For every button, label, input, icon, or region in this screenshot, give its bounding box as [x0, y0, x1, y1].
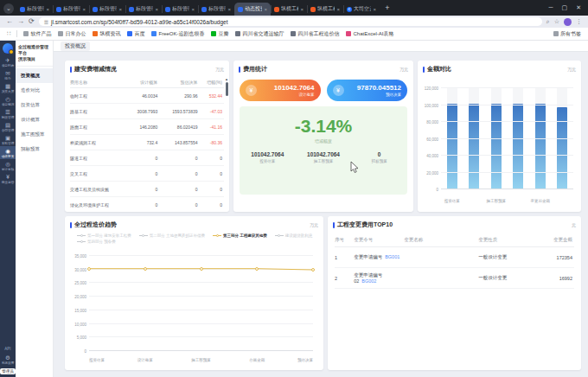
page-tab-overview[interactable]: 投资概况 [61, 42, 90, 51]
browser-tab[interactable]: 标段管理× [162, 3, 198, 16]
menu-item-estimate[interactable]: 投资估算 [16, 98, 53, 112]
sidebar-item-dashboard[interactable]: ▦决策大屏 [0, 81, 16, 94]
back-icon[interactable]: ← [6, 17, 13, 26]
close-tab-icon[interactable]: × [118, 7, 122, 12]
sidebar-item-business[interactable]: ¥商业运营 [0, 172, 16, 185]
site-icon [127, 31, 132, 36]
bookmark-item[interactable]: 纵横资讯 [93, 30, 120, 38]
sidebar-item-section-manage[interactable]: ☰标段管理 [0, 107, 16, 120]
legend-item[interactable]: 第二部分 土地使用及拆迁补偿费 [139, 233, 205, 238]
bookmark-item[interactable]: 四川省交通运输厅 [235, 30, 284, 38]
forward-icon[interactable]: → [17, 17, 24, 26]
close-tab-icon[interactable]: × [373, 7, 376, 12]
admin-badge[interactable]: 管理员 [0, 368, 16, 374]
close-tab-icon[interactable]: × [191, 7, 195, 12]
bookmark-item[interactable]: ChatExcel-AI表格 [346, 30, 393, 38]
y-axis-tick: 80,000 [426, 120, 438, 125]
legend-item[interactable]: 第一部分 建筑安装工程费 [77, 233, 131, 238]
window-controls: ─ ▢ ✕ [549, 4, 581, 11]
sidebar-item-todo[interactable]: ✉待办 [0, 68, 16, 81]
minimize-button[interactable]: ─ [549, 4, 553, 11]
tab-search-chevron-icon[interactable]: ⌄ [3, 3, 14, 14]
browser-tab[interactable]: 纵横工程× [307, 3, 343, 16]
api-label[interactable]: API [4, 347, 10, 351]
browser-tab[interactable]: 标段管理× [16, 3, 53, 16]
scroll-up-icon[interactable]: ▲ [225, 78, 228, 81]
bookmark-item[interactable]: 软件产品 [23, 30, 51, 38]
bookmark-item[interactable]: FreeOK-追剧也很香 [151, 30, 204, 38]
sidebar-item-audit[interactable]: ◎审计审核 [0, 159, 16, 172]
zoom-icon[interactable]: ⌕ [546, 18, 550, 25]
legend-item[interactable]: 第四部分 预备费 [77, 240, 116, 244]
reload-icon[interactable]: ⟳ [29, 17, 35, 26]
close-tab-icon[interactable]: × [227, 7, 231, 12]
browser-tab[interactable]: 标段管理× [89, 3, 125, 16]
trend-legend: 第一部分 建筑安装工程费第二部分 土地使用及拆迁补偿费第三部分 工程建设其他费建… [65, 232, 323, 244]
close-tab-icon[interactable]: × [82, 7, 86, 12]
apps-grid-icon[interactable]: ∷ [7, 30, 10, 37]
legend-item[interactable]: 建设期贷款利息 [275, 233, 313, 238]
site-icon [93, 31, 98, 36]
panel-amount-compare: 金额对比 万元 020,00040,00060,00080,000100,000… [418, 61, 581, 212]
sidebar-item-contract-manage[interactable]: ▤合同管理 [0, 120, 16, 133]
browser-tab[interactable]: C大司空云× [343, 3, 380, 16]
menu-item-overview[interactable]: 投资概况 [16, 68, 53, 83]
browser-tab[interactable]: 标段管理× [125, 3, 162, 16]
sidebar-item-project-list[interactable]: ✈项目列表 [0, 55, 16, 68]
browser-tab[interactable]: 纵横工程× [271, 3, 307, 16]
menu-item-working-budget[interactable]: 施工图预算 [16, 127, 53, 142]
app-logo[interactable] [3, 43, 13, 54]
close-tab-icon[interactable]: × [264, 7, 267, 12]
close-tab-icon[interactable]: × [46, 7, 49, 12]
secondary-sidebar: 全过程造价管理平台 演示项目 投资概况造价对比投资估算设计概算施工图预算招标预算 [16, 41, 54, 377]
new-tab-button[interactable]: + [382, 3, 393, 14]
close-tab-icon[interactable]: × [300, 7, 304, 12]
sidebar-item-document-manage[interactable]: ▣资料管理 [0, 133, 16, 146]
table-row: 交通工程及沿线设施000 [70, 182, 224, 197]
secondary-menu: 投资概况造价对比投资估算设计概算施工图预算招标预算 [16, 67, 53, 157]
tab-favicon-icon [274, 7, 279, 12]
sidebar-item-settings[interactable]: ⚙ 系统设置 [0, 353, 16, 366]
legend-item[interactable]: 第三部分 工程建设其他费 [213, 233, 267, 238]
y-axis-tick: 15,000 [74, 308, 86, 312]
menu-kebab-icon[interactable]: ⋮ [576, 18, 582, 25]
address-bar[interactable]: ☰ jl.smartcost.com.cn/sp/504f0ff7-bd59-4… [39, 17, 542, 26]
grid-icon: ▦ [5, 83, 10, 89]
sidebar-item-dynamic-investment[interactable]: ◉动态投资 [0, 146, 16, 159]
estimated-settlement-pill: ¥ 97870.045512 预估决算 [327, 80, 408, 101]
unit-label: 元 [572, 222, 576, 227]
browser-tab[interactable]: 标段管理× [198, 3, 234, 16]
menu-item-tender-budget[interactable]: 招标预算 [16, 142, 53, 157]
close-tab-icon[interactable]: × [155, 7, 158, 12]
all-bookmarks-button[interactable]: 所有书签 [553, 30, 581, 38]
bookmark-item[interactable]: 百度 [127, 30, 144, 38]
sidebar-item-project-overview[interactable]: ◴项目概况 [0, 94, 16, 107]
mouse-cursor [350, 161, 360, 174]
close-tab-icon[interactable]: × [336, 7, 340, 12]
bookmark-item[interactable]: 豆瓣 [211, 30, 228, 38]
maximize-button[interactable]: ▢ [562, 4, 568, 11]
table-scrollbar[interactable]: ▲ [225, 78, 228, 96]
profile-avatar[interactable] [564, 18, 572, 26]
close-window-button[interactable]: ✕ [576, 4, 581, 11]
menu-item-compare[interactable]: 造价对比 [16, 83, 53, 98]
change-code-link[interactable]: BG001 [385, 254, 399, 259]
table-row: 路基工程3008.79931593.573839-47.03 [70, 104, 224, 119]
scrollbar-thumb[interactable] [226, 82, 228, 96]
panel-change-cost-top10: 工程变更费用TOP10 元 序号变更令号变更名称变更性质变更金额1变更申请编号B… [328, 216, 581, 370]
y-axis-tick: 60,000 [426, 137, 438, 141]
folder-icon: ▣ [5, 135, 10, 141]
title-accent-bar [333, 222, 335, 228]
menu-item-design-budget[interactable]: 设计概算 [16, 112, 53, 127]
bookmark-item[interactable]: 日常办公 [58, 30, 86, 38]
site-info-icon[interactable]: ☰ [44, 19, 48, 25]
site-icon [346, 31, 351, 36]
change-code-link[interactable]: BG002 [361, 278, 376, 284]
browser-tab[interactable]: 标段管理× [53, 3, 89, 16]
list-icon: ☰ [5, 109, 10, 115]
bookmark-item[interactable]: 四川省工程造价信 [291, 30, 339, 38]
plane-icon: ✈ [5, 57, 10, 63]
project-name[interactable]: 全过程造价管理平台 演示项目 [16, 41, 53, 67]
browser-tab[interactable]: 动态投资× [234, 3, 271, 16]
bookmark-star-icon[interactable]: ☆ [554, 18, 559, 25]
